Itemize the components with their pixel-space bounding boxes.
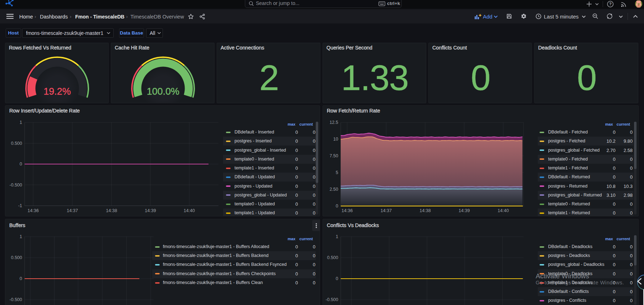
svg-text:?: ?: [609, 2, 612, 6]
